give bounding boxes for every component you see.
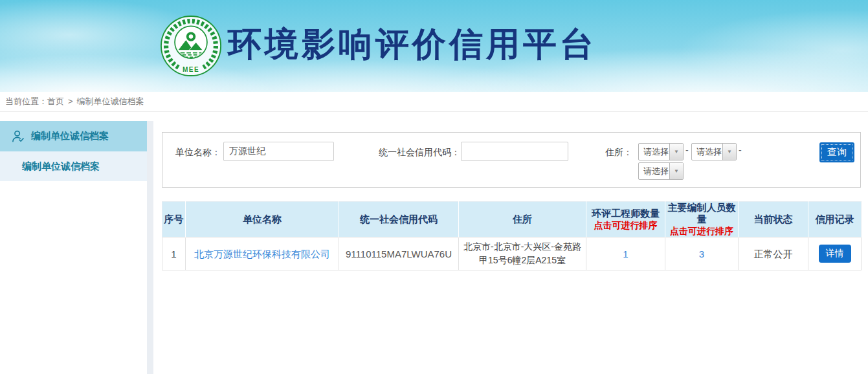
content-area: 编制单位诚信档案 编制单位诚信档案 单位名称： 统一社会信用代码： 住所： 请选…: [0, 121, 868, 374]
search-button[interactable]: 查询: [819, 142, 854, 162]
mee-logo: MEE: [160, 15, 222, 77]
sidebar-subitem-label: 编制单位诚信档案: [22, 160, 100, 173]
cell-seq: 1: [162, 237, 186, 270]
address-city-value: 请选择: [692, 144, 722, 160]
staff-count-link[interactable]: 3: [699, 248, 704, 259]
sidebar: 编制单位诚信档案 编制单位诚信档案: [0, 121, 147, 374]
breadcrumb: 当前位置：首页>编制单位诚信档案: [0, 92, 868, 112]
credit-code-input[interactable]: [461, 142, 568, 161]
col-address: 住所: [459, 202, 586, 237]
sort-hint: 点击可进行排序: [667, 225, 737, 237]
breadcrumb-home-link[interactable]: 首页: [47, 96, 64, 106]
search-panel: 单位名称： 统一社会信用代码： 住所： 请选择 ▼ - 请选择 ▼ - 请选择 …: [162, 132, 861, 188]
address-label: 住所：: [605, 146, 636, 159]
col-engineer-count-label: 环评工程师数量: [592, 208, 660, 219]
sort-hint: 点击可进行排序: [588, 219, 663, 231]
engineer-count-link[interactable]: 1: [623, 248, 628, 259]
cell-address: 北京市-北京市-大兴区-金苑路甲15号6幢2层A215室: [459, 237, 586, 270]
unit-name-label: 单位名称：: [168, 146, 221, 159]
breadcrumb-current: 编制单位诚信档案: [77, 96, 144, 106]
user-check-icon: [11, 129, 25, 144]
chevron-down-icon: ▼: [669, 163, 683, 179]
breadcrumb-separator: >: [68, 96, 73, 106]
sidebar-item-label: 编制单位诚信档案: [31, 130, 109, 142]
address-district-value: 请选择: [639, 163, 669, 179]
col-unit-name: 单位名称: [186, 202, 339, 237]
table-header-row: 序号 单位名称 统一社会信用代码 住所 环评工程师数量 点击可进行排序 主要编制…: [162, 202, 862, 237]
sidebar-subitem-unit-credit-archive[interactable]: 编制单位诚信档案: [0, 151, 147, 181]
header-banner: MEE 环境影响评价信用平台: [0, 0, 868, 92]
unit-name-input[interactable]: [223, 142, 334, 161]
results-table: 序号 单位名称 统一社会信用代码 住所 环评工程师数量 点击可进行排序 主要编制…: [162, 201, 862, 270]
chevron-down-icon: ▼: [669, 144, 683, 160]
address-province-select[interactable]: 请选择 ▼: [638, 143, 684, 160]
col-seq: 序号: [162, 202, 186, 237]
table-row: 1 北京万源世纪环保科技有限公司 91110115MA7LWUA76U 北京市-…: [162, 237, 862, 270]
main-panel: 单位名称： 统一社会信用代码： 住所： 请选择 ▼ - 请选择 ▼ - 请选择 …: [153, 121, 868, 374]
company-link[interactable]: 北京万源世纪环保科技有限公司: [194, 248, 330, 259]
col-status: 当前状态: [739, 202, 808, 237]
address-city-select[interactable]: 请选择 ▼: [691, 143, 737, 160]
cell-credit-code: 91110115MA7LWUA76U: [339, 237, 459, 270]
chevron-down-icon: ▼: [722, 144, 736, 160]
address-dash: -: [685, 145, 689, 155]
mee-logo-text: MEE: [183, 66, 199, 73]
sidebar-item-unit-credit-archive[interactable]: 编制单位诚信档案: [0, 121, 147, 151]
breadcrumb-label: 当前位置：: [5, 96, 47, 106]
address-dash: -: [739, 145, 742, 155]
address-district-select[interactable]: 请选择 ▼: [638, 162, 684, 180]
col-credit-code: 统一社会信用代码: [339, 202, 459, 237]
cell-status: 正常公开: [739, 237, 808, 270]
content-divider: [147, 121, 153, 374]
col-staff-count-label: 主要编制人员数量: [668, 202, 736, 225]
address-province-value: 请选择: [639, 144, 669, 160]
col-credit-record: 信用记录: [808, 202, 862, 237]
detail-button[interactable]: 详情: [819, 245, 851, 263]
page: MEE 环境影响评价信用平台 当前位置：首页>编制单位诚信档案 编制单位诚信档案: [0, 0, 868, 374]
col-engineer-count-sortable[interactable]: 环评工程师数量 点击可进行排序: [586, 202, 665, 237]
credit-code-label: 统一社会信用代码：: [371, 146, 460, 159]
col-staff-count-sortable[interactable]: 主要编制人员数量 点击可进行排序: [665, 202, 739, 237]
site-title: 环境影响评价信用平台: [228, 22, 597, 67]
